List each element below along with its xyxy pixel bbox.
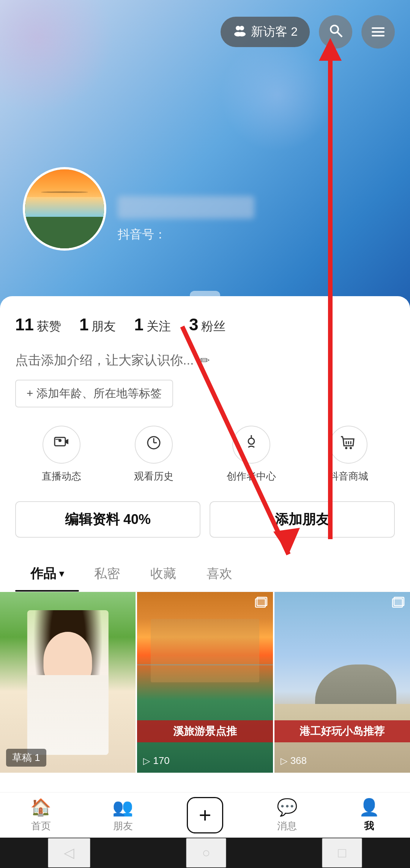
nav-friends[interactable]: 👥 朋友: [105, 791, 141, 839]
main-content: 11 获赞 1 朋友 1 关注 3 粉丝 点击添加介绍，让大家认识你... ✏: [0, 296, 410, 864]
feature-creator[interactable]: 创作者中心: [227, 426, 276, 483]
nav-me-label: 我: [364, 819, 374, 833]
svg-point-19: [350, 447, 352, 449]
stat-likes-label: 获赞: [37, 318, 61, 335]
tab-likes-label: 喜欢: [207, 565, 232, 582]
stat-following[interactable]: 1 关注: [134, 315, 170, 335]
stats-row: 11 获赞 1 朋友 1 关注 3 粉丝: [15, 315, 395, 335]
shop-icon-circle: [330, 426, 367, 464]
add-friend-button[interactable]: 添加朋友: [210, 501, 395, 538]
tab-works-chevron: ▾: [59, 568, 64, 579]
username-blurred: [118, 196, 254, 219]
sys-recent-icon: □: [338, 845, 346, 860]
tab-works[interactable]: 作品 ▾: [15, 556, 79, 592]
nav-plus-button[interactable]: +: [187, 797, 223, 833]
add-friend-label: 添加朋友: [275, 510, 330, 529]
creator-icon: [242, 434, 260, 456]
stat-likes[interactable]: 11 获赞: [15, 315, 61, 335]
add-tags-button[interactable]: + 添加年龄、所在地等标签: [15, 380, 173, 407]
nav-messages-label: 消息: [277, 819, 297, 833]
play-count-2: ▷ 170: [143, 755, 169, 767]
grid-banner-3: 港工好玩小岛推荐: [274, 720, 410, 742]
live-icon-circle: [43, 426, 80, 464]
svg-point-16: [248, 438, 254, 444]
feature-history-label: 观看历史: [134, 470, 173, 483]
svg-rect-26: [394, 597, 404, 606]
svg-point-3: [238, 32, 246, 36]
visitor-button[interactable]: 新访客 2: [221, 17, 310, 47]
feature-history[interactable]: 观看历史: [134, 426, 173, 483]
features-row: 直播动态 观看历史: [15, 426, 395, 483]
history-icon: [145, 434, 163, 456]
tab-likes[interactable]: 喜欢: [191, 556, 248, 592]
grid-banner-2: 溪旅游景点推: [137, 720, 273, 742]
nav-messages[interactable]: 💬 消息: [269, 791, 305, 839]
profile-header: 新访客 2: [0, 0, 410, 311]
feature-creator-label: 创作者中心: [227, 470, 276, 483]
svg-point-18: [345, 447, 347, 449]
play-icon-3: ▷: [281, 756, 287, 766]
stat-followers-label: 粉丝: [201, 318, 226, 335]
play-icon-2: ▷: [143, 756, 150, 766]
live-icon: [52, 434, 71, 456]
svg-rect-12: [55, 439, 60, 440]
sys-back-button[interactable]: ◁: [48, 838, 90, 868]
stat-following-number: 1: [134, 315, 143, 334]
svg-rect-24: [257, 597, 267, 606]
sys-recent-button[interactable]: □: [322, 838, 362, 868]
bio-row[interactable]: 点击添加介绍，让大家认识你... ✏: [15, 352, 395, 369]
avatar-image: [25, 169, 104, 248]
draft-badge: 草稿 1: [6, 749, 46, 767]
play-count-3: ▷ 368: [281, 755, 307, 767]
search-icon: [328, 22, 344, 42]
nav-me[interactable]: 👤 我: [351, 791, 387, 839]
nav-plus-icon: +: [199, 803, 211, 827]
avatar[interactable]: [23, 167, 106, 251]
nav-friends-label: 朋友: [113, 819, 133, 833]
douyin-id: 抖音号：: [118, 226, 254, 243]
tab-favorites[interactable]: 收藏: [135, 556, 191, 592]
stat-followers-number: 3: [189, 315, 198, 334]
tab-works-label: 作品: [30, 565, 56, 582]
sys-home-icon: ○: [202, 845, 210, 860]
bio-placeholder: 点击添加介绍，让大家认识你...: [15, 352, 194, 369]
username-area: 抖音号：: [118, 196, 254, 243]
sys-back-icon: ◁: [64, 845, 74, 860]
menu-icon: [371, 24, 385, 41]
grid-item-2[interactable]: 溪旅游景点推 ▷ 170: [137, 592, 273, 773]
feature-shop[interactable]: 抖音商城: [329, 426, 368, 483]
menu-button[interactable]: [361, 15, 395, 49]
grid-item-3[interactable]: 港工好玩小岛推荐 ▷ 368: [274, 592, 410, 773]
avatar-wrapper: [23, 167, 106, 251]
nav-home-label: 首页: [31, 819, 51, 833]
tabs-row: 作品 ▾ 私密 收藏 喜欢: [15, 556, 395, 592]
tab-private[interactable]: 私密: [79, 556, 135, 592]
history-icon-circle: [135, 426, 173, 464]
tab-favorites-label: 收藏: [150, 565, 176, 582]
feature-live[interactable]: 直播动态: [42, 426, 81, 483]
tags-row: + 添加年龄、所在地等标签: [15, 380, 395, 407]
content-grid: 草稿 1 溪旅游景点推: [0, 592, 410, 773]
bio-edit-icon[interactable]: ✏: [200, 353, 210, 368]
sys-home-button[interactable]: ○: [186, 838, 226, 868]
stat-friends-label: 朋友: [91, 318, 116, 335]
tab-private-label: 私密: [94, 565, 120, 582]
nav-home[interactable]: 🏠 首页: [23, 791, 59, 839]
multi-video-icon-1: [255, 597, 268, 613]
nav-messages-icon: 💬: [277, 797, 298, 817]
svg-point-4: [331, 25, 338, 33]
feature-live-label: 直播动态: [42, 470, 81, 483]
nav-friends-icon: 👥: [112, 797, 133, 817]
svg-point-1: [240, 26, 244, 30]
nav-me-icon: 👤: [359, 797, 380, 817]
edit-profile-button[interactable]: 编辑资料 40%: [15, 501, 200, 538]
stat-likes-number: 11: [15, 315, 34, 334]
stat-followers[interactable]: 3 粉丝: [189, 315, 226, 335]
stat-friends[interactable]: 1 朋友: [79, 315, 116, 335]
svg-line-5: [337, 32, 342, 37]
search-button[interactable]: [319, 15, 352, 49]
shop-icon: [339, 434, 358, 456]
grid-item-1[interactable]: 草稿 1: [0, 592, 136, 773]
system-nav-bar: ◁ ○ □: [0, 838, 410, 868]
creator-icon-circle: [232, 426, 270, 464]
